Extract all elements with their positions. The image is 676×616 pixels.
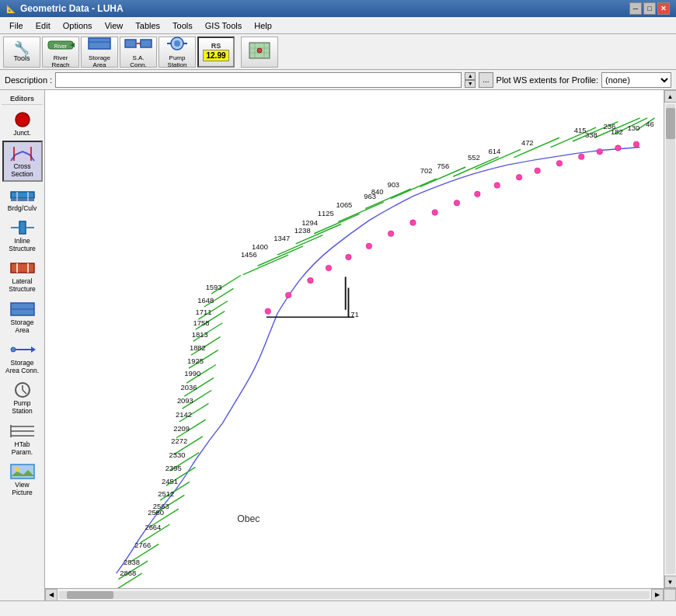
- svg-text:1347: 1347: [274, 234, 290, 242]
- menu-gis-tools[interactable]: GIS Tools: [199, 19, 249, 32]
- svg-point-92: [410, 220, 416, 226]
- minimize-button[interactable]: ─: [629, 2, 642, 15]
- svg-text:1758: 1758: [193, 318, 210, 327]
- brdg-culv-label: Brdg/Culv: [8, 204, 37, 212]
- vertical-scrollbar[interactable]: ▲ ▼: [664, 90, 676, 588]
- sidebar-item-brdg-culv[interactable]: Brdg/Culv: [2, 183, 43, 214]
- sidebar-item-lateral-structure[interactable]: LateralStructure: [2, 256, 43, 295]
- geometry-canvas-area: 472 614 552 756 702 338 415 903 840 963 …: [45, 90, 664, 588]
- svg-text:236: 236: [604, 122, 616, 131]
- view-picture-label: ViewPicture: [12, 481, 32, 496]
- plot-ws-label: Plot WS extents for Profile:: [497, 75, 598, 85]
- svg-text:1813: 1813: [192, 330, 208, 339]
- svg-text:Obec: Obec: [237, 513, 260, 524]
- svg-text:1238: 1238: [294, 226, 311, 235]
- sidebar-item-view-picture[interactable]: ViewPicture: [2, 460, 43, 499]
- storage-area-sidebar-icon: [9, 300, 36, 318]
- svg-text:2272: 2272: [171, 437, 187, 445]
- sidebar: Editors Junct. CrossSection: [0, 90, 45, 600]
- river-reach-icon: River: [47, 35, 75, 54]
- vscroll-up-button[interactable]: ▲: [664, 90, 677, 103]
- menu-bar: File Edit Options View Tables Tools GIS …: [0, 17, 676, 34]
- rs-button[interactable]: RS 12.99: [197, 37, 235, 68]
- svg-text:2868: 2868: [120, 569, 136, 577]
- view-picture-icon: [9, 462, 36, 481]
- svg-text:46: 46: [646, 120, 653, 128]
- geometry-svg: 472 614 552 756 702 338 415 903 840 963 …: [45, 90, 664, 588]
- pump-station-button[interactable]: PumpStation: [159, 37, 196, 68]
- river-reach-label: RiverReach: [51, 54, 69, 68]
- river-reach-button[interactable]: River RiverReach: [42, 37, 79, 68]
- svg-point-103: [633, 141, 639, 148]
- description-input[interactable]: [55, 72, 462, 88]
- htab-param-icon: [9, 422, 36, 440]
- rs-value: 12.99: [203, 50, 228, 61]
- menu-edit[interactable]: Edit: [30, 19, 57, 32]
- vscroll-down-button[interactable]: ▼: [664, 576, 677, 588]
- desc-browse-button[interactable]: ...: [479, 72, 493, 88]
- title-icon: 📐: [6, 5, 16, 13]
- storage-area-label: StorageArea: [89, 54, 110, 68]
- sidebar-item-inline-structure[interactable]: InlineStructure: [2, 216, 43, 255]
- svg-point-91: [388, 231, 394, 237]
- close-button[interactable]: ✕: [657, 2, 670, 15]
- svg-text:2093: 2093: [177, 396, 193, 405]
- svg-rect-26: [19, 221, 26, 234]
- svg-point-45: [15, 467, 19, 472]
- pump-station-sidebar-icon: [9, 381, 36, 399]
- menu-view[interactable]: View: [99, 19, 130, 32]
- svg-point-18: [257, 48, 262, 53]
- svg-text:415: 415: [574, 126, 587, 134]
- plot-profile-select[interactable]: (none): [601, 72, 671, 88]
- horizontal-scrollbar[interactable]: ◀ ▶: [45, 588, 676, 600]
- lateral-structure-icon: [9, 259, 36, 277]
- svg-text:2766: 2766: [134, 541, 151, 549]
- svg-text:963: 963: [364, 192, 376, 200]
- storage-area-icon: [85, 35, 113, 54]
- svg-point-10: [174, 40, 180, 47]
- map-icon: [249, 42, 270, 61]
- svg-point-86: [285, 292, 291, 298]
- svg-rect-29: [11, 263, 34, 273]
- menu-options[interactable]: Options: [57, 19, 99, 32]
- svg-text:702: 702: [420, 166, 433, 175]
- sidebar-label: Editors: [2, 93, 43, 105]
- storage-area-button[interactable]: StorageArea: [81, 37, 118, 68]
- hscroll-thumb[interactable]: [67, 591, 113, 599]
- map-button[interactable]: [241, 37, 278, 68]
- sidebar-item-htab-param[interactable]: HTabParam.: [2, 419, 43, 458]
- vscroll-thumb[interactable]: [666, 108, 675, 139]
- sidebar-item-storage-area[interactable]: StorageArea: [2, 298, 43, 336]
- sidebar-item-pump-station[interactable]: PumpStation: [2, 378, 43, 417]
- maximize-button[interactable]: □: [643, 2, 656, 15]
- pump-station-sidebar-label: PumpStation: [12, 399, 32, 415]
- hscroll-right-button[interactable]: ▶: [651, 589, 664, 601]
- desc-spin-up[interactable]: ▲: [465, 72, 476, 80]
- junct-icon: [9, 110, 36, 129]
- window-controls: ─ □ ✕: [629, 2, 670, 15]
- sidebar-item-junct[interactable]: Junct.: [2, 108, 43, 139]
- inline-structure-label: InlineStructure: [9, 237, 36, 252]
- tools-button[interactable]: 🔧 Tools: [3, 37, 40, 68]
- pump-station-label: PumpStation: [168, 54, 187, 68]
- menu-file[interactable]: File: [3, 19, 30, 32]
- sidebar-item-storage-area-conn[interactable]: StorageArea Conn.: [2, 338, 43, 377]
- description-spinner[interactable]: ▲ ▼: [465, 72, 476, 88]
- svg-text:2142: 2142: [176, 410, 192, 419]
- svg-text:1925: 1925: [187, 357, 204, 365]
- svg-text:1882: 1882: [190, 343, 206, 352]
- hscroll-left-button[interactable]: ◀: [45, 589, 57, 601]
- svg-text:756: 756: [437, 162, 450, 170]
- menu-tables[interactable]: Tables: [129, 19, 166, 32]
- sidebar-item-cross-section[interactable]: CrossSection: [2, 141, 43, 181]
- menu-help[interactable]: Help: [248, 19, 278, 32]
- rs-label: RS: [211, 42, 221, 50]
- sa-conn-button[interactable]: S.A.Conn.: [120, 37, 157, 68]
- title-bar: 📐 Geometric Data - LUHA ─ □ ✕: [0, 0, 676, 17]
- svg-point-98: [535, 168, 541, 174]
- menu-tools[interactable]: Tools: [166, 19, 199, 32]
- desc-spin-down[interactable]: ▼: [465, 80, 476, 88]
- svg-text:1125: 1125: [318, 209, 334, 218]
- storage-area-conn-label: StorageArea Conn.: [5, 359, 39, 374]
- svg-text:903: 903: [387, 180, 399, 189]
